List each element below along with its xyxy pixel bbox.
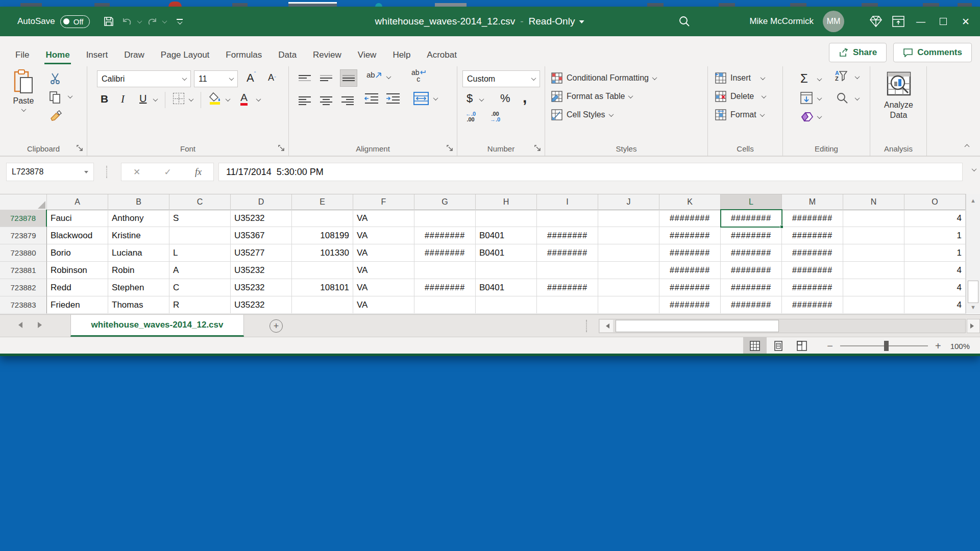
cell-K723880[interactable]: ######## — [659, 244, 721, 262]
cell-E723882[interactable]: 108101 — [292, 279, 353, 296]
maximize-button[interactable] — [932, 7, 954, 36]
cell-G723879[interactable]: ######## — [414, 227, 476, 244]
scroll-up-icon[interactable]: ▲ — [966, 194, 980, 207]
cell-K723883[interactable]: ######## — [659, 296, 721, 314]
cell-A723879[interactable]: Blackwood — [47, 227, 108, 244]
expand-formula-bar-icon[interactable] — [972, 166, 977, 171]
cell-F723881[interactable]: VA — [353, 262, 414, 279]
cell-E723878[interactable] — [292, 210, 353, 227]
borders-button[interactable] — [173, 93, 184, 104]
zoom-level[interactable]: 100% — [950, 342, 970, 350]
cell-O723883[interactable]: 4 — [904, 296, 966, 314]
cell-E723881[interactable] — [292, 262, 353, 279]
tab-help[interactable]: Help — [384, 44, 419, 66]
cell-L723878[interactable]: ######## — [721, 210, 782, 227]
cell-F723882[interactable]: VA — [353, 279, 414, 296]
row-header-723881[interactable]: 723881 — [0, 262, 47, 279]
alignment-dialog-launcher[interactable] — [447, 145, 454, 152]
avatar[interactable]: MM — [823, 11, 844, 32]
page-break-preview-button[interactable] — [790, 337, 814, 355]
cancel-button[interactable]: ✕ — [133, 167, 140, 178]
insert-cells-button[interactable]: Insert — [715, 72, 765, 84]
read-only-badge[interactable]: Read-Only — [529, 16, 584, 27]
clipboard-dialog-launcher[interactable] — [77, 145, 84, 152]
decrease-indent-button[interactable] — [364, 93, 379, 104]
page-layout-view-button[interactable] — [767, 337, 790, 355]
tab-data[interactable]: Data — [270, 44, 305, 66]
cell-A723880[interactable]: Borio — [47, 244, 108, 262]
cell-L723880[interactable]: ######## — [721, 244, 782, 262]
cell-A723883[interactable]: Frieden — [47, 296, 108, 314]
number-format-select[interactable]: Custom — [462, 70, 540, 87]
conditional-formatting-button[interactable]: Conditional Formatting — [551, 72, 656, 84]
cell-D723883[interactable]: U35232 — [231, 296, 292, 314]
comments-button[interactable]: Comments — [893, 43, 972, 62]
accounting-dropdown-icon[interactable] — [479, 96, 484, 102]
select-all-corner[interactable] — [0, 194, 47, 210]
tab-view[interactable]: View — [350, 44, 385, 66]
premium-gem-button[interactable] — [865, 7, 887, 36]
row-header-723879[interactable]: 723879 — [0, 227, 47, 244]
cell-L723883[interactable]: ######## — [721, 296, 782, 314]
search-button[interactable] — [678, 15, 691, 28]
cell-L723881[interactable]: ######## — [721, 262, 782, 279]
row-header-723880[interactable]: 723880 — [0, 244, 47, 262]
horizontal-scrollbar[interactable] — [599, 319, 966, 333]
cell-N723881[interactable] — [843, 262, 904, 279]
increase-decimal-button[interactable]: ←.0.00 — [465, 111, 476, 122]
align-middle-button[interactable] — [318, 70, 334, 86]
increase-indent-button[interactable] — [386, 93, 400, 104]
analyze-data-button[interactable]: Analyze Data — [874, 70, 923, 120]
cell-G723880[interactable]: ######## — [414, 244, 476, 262]
ribbon-display-options-button[interactable] — [887, 7, 910, 36]
cell-J723879[interactable] — [598, 227, 659, 244]
cell-G723882[interactable]: ######## — [414, 279, 476, 296]
align-center-button[interactable] — [318, 93, 334, 108]
zoom-slider-thumb[interactable] — [884, 341, 889, 351]
align-left-button[interactable] — [297, 93, 312, 108]
scroll-left-button[interactable] — [600, 320, 613, 332]
sheet-tab-active[interactable]: whitehouse_waves-2014_12.csv — [70, 315, 244, 337]
grow-font-button[interactable]: Aˆ — [247, 71, 256, 85]
cell-M723881[interactable]: ######## — [782, 262, 843, 279]
cell-N723879[interactable] — [843, 227, 904, 244]
cell-M723882[interactable]: ######## — [782, 279, 843, 296]
cell-N723883[interactable] — [843, 296, 904, 314]
cut-button[interactable] — [49, 72, 61, 85]
column-header-I[interactable]: I — [537, 194, 598, 210]
undo-dropdown-icon[interactable] — [137, 18, 142, 23]
fill-dropdown-icon[interactable] — [817, 95, 822, 101]
column-header-E[interactable]: E — [292, 194, 353, 210]
cell-L723879[interactable]: ######## — [721, 227, 782, 244]
cell-I723883[interactable] — [537, 296, 598, 314]
cell-C723881[interactable]: A — [169, 262, 231, 279]
tab-page-layout[interactable]: Page Layout — [153, 44, 217, 66]
tab-home[interactable]: Home — [37, 44, 78, 66]
undo-button[interactable] — [119, 13, 135, 30]
tab-review[interactable]: Review — [305, 44, 350, 66]
bold-button[interactable]: B — [101, 93, 108, 105]
number-dialog-launcher[interactable] — [534, 145, 542, 152]
tab-acrobat[interactable]: Acrobat — [419, 44, 465, 66]
format-painter-button[interactable] — [49, 110, 62, 123]
redo-button[interactable] — [144, 13, 160, 30]
clear-dropdown-icon[interactable] — [817, 114, 822, 119]
font-color-dropdown-icon[interactable] — [256, 96, 261, 102]
fill-color-button[interactable] — [209, 92, 221, 102]
cell-G723881[interactable] — [414, 262, 476, 279]
cell-H723881[interactable] — [476, 262, 537, 279]
cell-B723883[interactable]: Thomas — [108, 296, 169, 314]
cell-I723879[interactable]: ######## — [537, 227, 598, 244]
cell-E723883[interactable] — [292, 296, 353, 314]
align-right-button[interactable] — [340, 93, 355, 108]
column-header-O[interactable]: O — [904, 194, 966, 210]
cell-H723879[interactable]: B0401 — [476, 227, 537, 244]
zoom-in-button[interactable]: + — [935, 340, 941, 352]
row-header-723878[interactable]: 723878 — [0, 210, 47, 227]
formula-input[interactable]: 11/17/2014 5:30:00 PM — [218, 163, 963, 181]
column-header-N[interactable]: N — [843, 194, 904, 210]
cell-D723881[interactable]: U35232 — [231, 262, 292, 279]
cell-B723878[interactable]: Anthony — [108, 210, 169, 227]
tab-file[interactable]: File — [7, 44, 37, 66]
cell-C723878[interactable]: S — [169, 210, 231, 227]
